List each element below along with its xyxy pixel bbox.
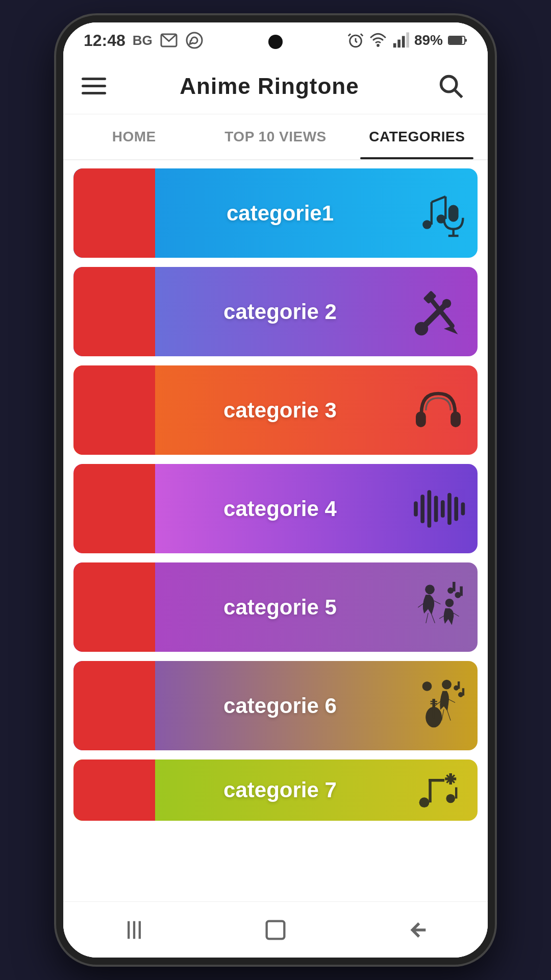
phone-frame: 12:48 BG: [56, 15, 495, 965]
svg-line-57: [448, 699, 455, 702]
nav-back-icon: [404, 917, 430, 943]
app-header: Anime Ringtone: [63, 58, 488, 114]
svg-point-71: [446, 794, 455, 803]
cat-label-7: categorie 7: [155, 778, 405, 802]
cat-icon-music-sparkle: [405, 760, 471, 821]
svg-point-64: [419, 797, 430, 807]
cat-thumbnail-6: [73, 661, 155, 750]
svg-line-19: [432, 197, 446, 202]
cat-icon-music-mic: [405, 180, 471, 247]
status-time: 12:48: [84, 31, 126, 50]
svg-rect-53: [433, 699, 435, 718]
svg-line-58: [442, 709, 444, 720]
svg-line-41: [426, 613, 428, 623]
svg-rect-63: [462, 688, 464, 695]
svg-rect-29: [450, 411, 461, 427]
svg-point-51: [442, 680, 452, 689]
phone-screen: 12:48 BG: [63, 22, 488, 958]
svg-line-40: [434, 600, 440, 604]
cat-thumbnail-1: [73, 168, 155, 258]
category-item-2[interactable]: categorie 2: [73, 267, 478, 356]
svg-rect-65: [429, 779, 432, 802]
cat-thumbnail-5: [73, 562, 155, 652]
whatsapp-icon: [185, 31, 204, 50]
mail-icon: [160, 31, 178, 50]
signal-icon: [392, 32, 409, 49]
svg-line-4: [361, 34, 363, 36]
cat-icon-band: [405, 673, 471, 739]
search-icon: [438, 73, 464, 100]
category-item-3[interactable]: categorie 3: [73, 365, 478, 455]
svg-point-38: [425, 585, 435, 594]
nav-recents-icon: [121, 917, 147, 943]
cat-label-5: categorie 5: [155, 595, 405, 620]
svg-line-49: [454, 613, 459, 617]
cat-label-4: categorie 4: [155, 497, 405, 521]
svg-rect-66: [429, 779, 444, 782]
cat-thumbnail-2: [73, 267, 155, 356]
cat-thumbnail-3: [73, 365, 155, 455]
svg-line-59: [447, 710, 451, 720]
svg-point-43: [448, 587, 454, 593]
svg-rect-12: [465, 39, 467, 42]
svg-rect-72: [455, 788, 457, 799]
wifi-icon: [369, 32, 387, 49]
svg-rect-7: [397, 40, 400, 48]
category-item-4[interactable]: categorie 4: [73, 464, 478, 553]
svg-point-13: [441, 76, 456, 91]
cat-icon-dancing: [405, 574, 471, 641]
svg-point-24: [442, 299, 452, 308]
svg-line-42: [432, 614, 435, 623]
tab-bar: HOME TOP 10 VIEWS CATEGORIES: [63, 114, 488, 160]
svg-rect-6: [393, 43, 396, 48]
category-item-5[interactable]: categorie 5: [73, 562, 478, 652]
status-icons: 89%: [347, 32, 467, 49]
tab-top10[interactable]: TOP 10 VIEWS: [205, 114, 346, 159]
camera: [268, 35, 283, 49]
search-button[interactable]: [433, 68, 469, 105]
cat-label-2: categorie 2: [155, 300, 405, 324]
cat-label-3: categorie 3: [155, 398, 405, 423]
nav-home-button[interactable]: [255, 910, 296, 950]
svg-marker-26: [444, 326, 458, 334]
tab-home[interactable]: HOME: [63, 114, 205, 159]
svg-rect-8: [402, 36, 405, 48]
nav-home-icon: [262, 917, 289, 943]
cat-icon-headphones: [405, 377, 471, 444]
cat-icon-tools-cross: [405, 279, 471, 345]
alarm-icon: [347, 32, 364, 49]
category-item-1[interactable]: categorie1: [73, 168, 478, 258]
svg-rect-76: [267, 921, 285, 939]
cat-label-6: categorie 6: [155, 694, 405, 718]
svg-point-5: [378, 45, 379, 46]
status-left: 12:48 BG: [84, 31, 204, 50]
svg-rect-46: [460, 586, 462, 596]
cat-thumbnail-7: [73, 760, 155, 821]
category-list: categorie1: [63, 160, 488, 901]
svg-line-14: [455, 90, 462, 97]
menu-button[interactable]: [82, 78, 106, 94]
nav-bar: [63, 901, 488, 958]
svg-point-47: [445, 599, 453, 606]
category-item-7[interactable]: categorie 7: [73, 760, 478, 821]
battery-text: 89%: [414, 32, 443, 48]
menu-line-3: [82, 92, 106, 94]
svg-point-23: [415, 322, 428, 335]
svg-line-3: [348, 34, 350, 36]
cat-icon-soundwave: [405, 476, 471, 542]
nav-back-button[interactable]: [396, 910, 437, 950]
cat-label-1: categorie1: [155, 201, 405, 226]
category-item-6[interactable]: categorie 6: [73, 661, 478, 750]
svg-point-45: [455, 592, 461, 598]
svg-point-50: [422, 681, 432, 691]
menu-line-1: [82, 78, 106, 80]
tab-categories[interactable]: CATEGORIES: [346, 114, 488, 159]
nav-menu-button[interactable]: [114, 910, 155, 950]
app-title: Anime Ringtone: [180, 74, 359, 99]
svg-rect-11: [449, 37, 462, 44]
svg-rect-44: [453, 582, 455, 591]
svg-rect-28: [416, 411, 426, 427]
svg-rect-20: [448, 205, 459, 222]
svg-rect-9: [406, 32, 409, 47]
svg-rect-61: [458, 681, 460, 688]
